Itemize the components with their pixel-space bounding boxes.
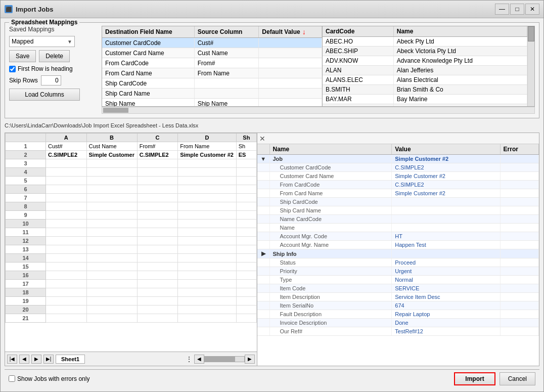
item-value [392,206,500,215]
nav-prev-btn[interactable]: ◀ [19,355,29,364]
mapping-table-area: Destination Field Name Source Column Def… [102,26,535,114]
title-bar-left: ⬛ Import Jobs [5,5,53,13]
default-val [259,48,322,58]
ss-row: 11 [6,228,257,237]
sheet-tab[interactable]: Sheet1 [56,355,85,364]
hscroll-track[interactable] [204,356,245,362]
nav-last-btn[interactable]: ▶| [43,355,54,364]
table-row[interactable]: BAY.MARBay Marine [323,95,527,104]
table-row[interactable]: B.SMITHBrian Smith & Co [323,85,527,95]
load-columns-button[interactable]: Load Columns [9,89,80,101]
item-name: Fault Description [269,310,392,319]
preview-item-row: Our Ref# TestRef#12 [257,327,539,336]
preview-item-row: Item Code SERVICE [257,284,539,293]
lookup-table-container[interactable]: CardCode Name ABEC.HOAbeck Pty Ltd ABEC.… [323,26,527,106]
ss-row: 8 [6,202,257,211]
item-value: 674 [392,301,500,310]
skip-rows-input[interactable] [41,75,61,85]
item-name: From Card Name [269,189,392,198]
scrollbar-thumb [528,26,534,41]
table-row[interactable]: ABEC.SHIPAbeck Victoria Pty Ltd [323,47,527,56]
item-name: Account Mgr. Name [269,241,392,249]
dest-field: Customer Card Name [102,48,194,58]
table-row[interactable]: ABEC.HOAbeck Pty Ltd [323,37,527,47]
close-button[interactable]: ✕ [525,4,539,15]
expander-icon[interactable]: ▶ [257,249,269,258]
hscroll-right-btn[interactable]: ▶ [245,355,255,364]
expander-icon[interactable]: ▼ [257,155,269,163]
col-c: C [137,134,178,142]
table-row[interactable]: ALANAlan Jefferies [323,66,527,75]
preview-item-row: Type Normal [257,276,539,284]
dest-field: Ship Card Name [102,89,194,99]
table-row[interactable]: Ship Card Name [102,89,322,99]
col-b: B [86,134,137,142]
item-value: TestRef#12 [392,327,500,336]
dest-field: From CardCode [102,58,194,68]
item-name: Customer Card Name [269,172,392,181]
cancel-button[interactable]: Cancel [500,372,535,385]
table-row[interactable]: From Card Name From Name [102,68,322,78]
preview-group-row[interactable]: ▶ Ship Info [257,249,539,258]
dots-btn[interactable]: ⋮ [186,356,192,363]
item-value: Done [392,319,500,327]
table-row[interactable]: Ship Name Ship Name [102,99,322,107]
mapping-table-container[interactable]: Destination Field Name Source Column Def… [102,26,323,107]
title-controls: — □ ✕ [495,4,539,15]
minimize-button[interactable]: — [495,4,509,15]
lookup-panel: CardCode Name ABEC.HOAbeck Pty Ltd ABEC.… [323,26,535,107]
item-error [500,310,538,319]
group-value [392,249,500,258]
saved-mappings-combo[interactable]: Mapped ▼ [9,36,75,47]
maximize-button[interactable]: □ [510,4,524,15]
preview-close-button[interactable]: ✕ [259,135,265,143]
table-row[interactable]: ALANS.ELECAlans Electrical [323,75,527,85]
preview-table: Name Value Error ▼ Job Simple Customer #… [257,144,539,336]
table-row[interactable]: Ship CardCode [102,78,322,89]
title-bar: ⬛ Import Jobs — □ ✕ [1,1,543,18]
save-button[interactable]: Save [9,50,36,62]
window-title: Import Jobs [16,6,53,13]
ss-row: 7 [6,194,257,202]
item-name: Name CardCode [269,215,392,224]
table-row[interactable]: Customer Card Name Cust Name [102,48,322,58]
table-row[interactable]: BIG.BIKESBig Bikes [323,104,527,107]
item-name: Status [269,258,392,267]
table-row[interactable]: ADV.KNOWAdvance Knowledge Pty Ltd [323,56,527,66]
ss-row: 20 [6,306,257,314]
mapping-hscroll[interactable] [102,107,535,114]
item-error [500,163,538,172]
import-button[interactable]: Import [454,372,495,385]
row-num-header [6,134,46,142]
preview-group-row[interactable]: ▼ Job Simple Customer #2 [257,155,539,163]
first-row-heading-checkbox[interactable] [9,66,16,72]
delete-button[interactable]: Delete [39,50,70,62]
show-errors-checkbox[interactable] [9,375,15,382]
preview-table-container[interactable]: Name Value Error ▼ Job Simple Customer #… [257,144,539,366]
preview-close-bar: ✕ [257,133,539,144]
mapping-hscroll-thumb [103,108,128,113]
lookup-scrollbar[interactable] [527,26,534,106]
item-name: Customer CardCode [269,163,392,172]
ss-grid-container[interactable]: A B C D Sh 1 Cust# Cust Name [5,133,257,352]
preview-item-row: From CardCode C.SIMPLE2 [257,181,539,189]
default-val [259,58,322,68]
ss-row: 4 [6,168,257,177]
col-source: Source Column [194,26,259,38]
ss-row: 5 [6,177,257,185]
nav-next-btn[interactable]: ▶ [31,355,41,364]
source-col [194,89,259,99]
ss-row: 2 C.SIMPLE2 Simple Customer C.SIMPLE2 Si… [6,151,257,159]
dest-field: Customer CardCode [102,38,194,48]
col-preview-name: Name [269,144,392,155]
source-col: From# [194,58,259,68]
item-name: Item SerialNo [269,301,392,310]
table-row[interactable]: Customer CardCode Cust# [102,38,322,48]
app-icon: ⬛ [5,5,13,13]
col-d: D [178,134,237,142]
preview-item-row: Ship CardCode [257,198,539,206]
table-row[interactable]: From CardCode From# [102,58,322,68]
default-val [259,68,322,78]
nav-first-btn[interactable]: |◀ [7,355,17,364]
hscroll-left-btn[interactable]: ◀ [194,355,204,364]
